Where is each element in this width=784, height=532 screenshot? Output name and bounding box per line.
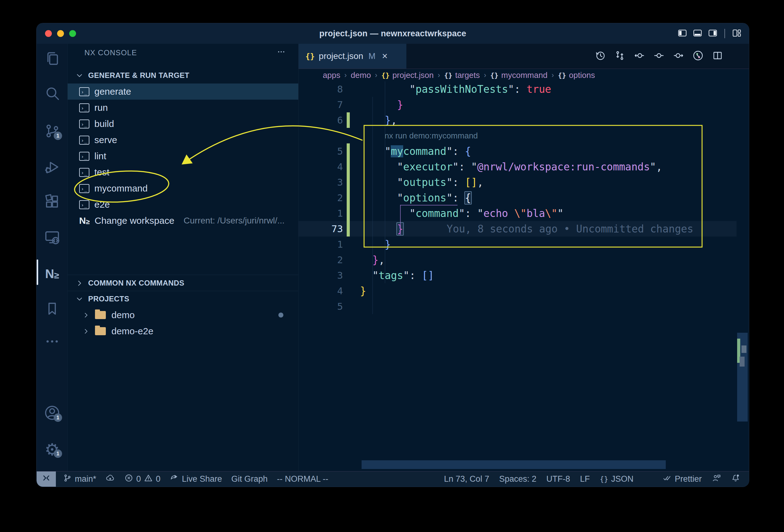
- status-item-copilot[interactable]: [643, 473, 653, 485]
- status-item-feedback[interactable]: [712, 473, 721, 485]
- sidebar-item-target-lint[interactable]: ›_lint: [68, 148, 298, 164]
- code-line[interactable]: 73 }You, 8 seconds ago • Uncommitted cha…: [299, 221, 736, 236]
- section-projects[interactable]: PROJECTS: [68, 291, 298, 306]
- error-icon: [124, 473, 134, 485]
- close-tab-icon[interactable]: ×: [382, 51, 388, 62]
- horizontal-scrollbar[interactable]: [362, 460, 666, 469]
- status-item-sync[interactable]: [106, 473, 115, 485]
- sidebar-item-target-serve[interactable]: ›_serve: [68, 132, 298, 148]
- status-item-vim-mode[interactable]: -- NORMAL --: [277, 474, 328, 484]
- sidebar-item-target-mycommand[interactable]: ›_mycommand: [68, 180, 298, 196]
- code-line[interactable]: 7 }: [299, 97, 736, 112]
- activity-bar-item-more[interactable]: [37, 332, 68, 352]
- bookmarks-icon: [44, 300, 60, 318]
- layout-controls: [677, 23, 741, 44]
- code-line[interactable]: 1 "command": "echo \"bla\"": [299, 205, 736, 221]
- sidebar-item-target-build[interactable]: ›_build: [68, 116, 298, 132]
- breadcrumb-separator: ›: [438, 71, 440, 80]
- code-editor[interactable]: 8 "passWithNoTests": true7 }6 },nx run d…: [299, 81, 736, 314]
- sidebar-item-target-e2e[interactable]: ›_e2e: [68, 196, 298, 213]
- status-label: -- NORMAL --: [277, 474, 328, 484]
- nx-graph-icon[interactable]: [693, 50, 704, 62]
- activity-bar-item-extensions[interactable]: [37, 192, 68, 213]
- breadcrumb-item-demo[interactable]: demo: [351, 71, 371, 80]
- activity-bar-item-nx-console[interactable]: N≥: [37, 263, 68, 284]
- compare-changes-icon[interactable]: [614, 50, 625, 62]
- activity-bar-item-search[interactable]: [37, 83, 68, 104]
- code-line[interactable]: 8 "passWithNoTests": true: [299, 81, 736, 97]
- code-text: }You, 8 seconds ago • Uncommitted change…: [360, 223, 693, 235]
- activity-bar-item-remote-explorer[interactable]: [37, 227, 68, 248]
- more-actions-icon[interactable]: [277, 47, 286, 58]
- codelens-label[interactable]: nx run demo:mycommand: [385, 131, 478, 141]
- token-blame: You, 8 seconds ago • Uncommitted changes: [447, 223, 693, 235]
- breadcrumb-item-mycommand[interactable]: {}mycommand: [491, 71, 548, 80]
- code-line[interactable]: 5 "mycommand": {: [299, 143, 736, 159]
- toggle-bottom-panel-icon[interactable]: [693, 28, 702, 39]
- status-item-git-graph[interactable]: Git Graph: [231, 474, 268, 484]
- toggle-left-panel-icon[interactable]: [677, 28, 687, 39]
- terminal-icon: ›_: [79, 119, 89, 129]
- code-line[interactable]: 4}: [299, 283, 736, 299]
- status-item-live-share[interactable]: Live Share: [170, 473, 222, 485]
- breadcrumb-item-targets[interactable]: {}targets: [444, 71, 480, 80]
- terminal-icon: ›_: [79, 103, 89, 112]
- code-line[interactable]: 2 "options": {: [299, 190, 736, 205]
- line-number: 1: [299, 208, 343, 219]
- activity-bar-item-manage[interactable]: ⚙1: [37, 439, 68, 460]
- status-item-notifications[interactable]: [731, 473, 740, 485]
- token-sel: my: [391, 145, 403, 157]
- sidebar-nx-console: NX CONSOLE GENERATE & RUN TARGET ›_gener…: [68, 44, 299, 471]
- status-item-eol[interactable]: LF: [580, 474, 590, 484]
- sidebar-item-target-test[interactable]: ›_test: [68, 164, 298, 180]
- customize-layout-icon[interactable]: [732, 28, 741, 39]
- code-line[interactable]: 5: [299, 299, 736, 314]
- next-change-icon[interactable]: [673, 50, 684, 62]
- badge: 1: [54, 449, 62, 458]
- code-line[interactable]: 2 },: [299, 252, 736, 268]
- breadcrumb-item-options[interactable]: {}options: [558, 71, 595, 80]
- status-label: Git Graph: [231, 474, 268, 484]
- section-common-nx-commands[interactable]: COMMON NX COMMANDS: [68, 275, 298, 291]
- status-item-cursor-position[interactable]: Ln 73, Col 7: [444, 474, 489, 484]
- activity-bar-item-bookmarks[interactable]: [37, 299, 68, 319]
- nx-icon: N≥: [79, 216, 90, 225]
- status-item-git-branch[interactable]: main*: [63, 473, 96, 485]
- activity-bar-item-source-control[interactable]: 1: [37, 121, 68, 142]
- code-line[interactable]: 3 "tags": []: [299, 268, 736, 283]
- status-item-problems[interactable]: 00: [124, 473, 161, 485]
- sidebar-item-project-demo[interactable]: demo: [68, 307, 298, 323]
- split-editor-icon[interactable]: [712, 50, 723, 62]
- status-item-encoding[interactable]: UTF-8: [546, 474, 570, 484]
- sidebar-item-project-demo-e2e[interactable]: demo-e2e: [68, 323, 298, 339]
- more-actions-icon[interactable]: [732, 50, 743, 62]
- activity-bar-item-explorer[interactable]: [37, 49, 68, 69]
- activity-bar-item-run-and-debug[interactable]: [37, 157, 68, 178]
- sidebar-item-change-workspace[interactable]: N≥ Change workspace Current: /Users/juri…: [68, 213, 298, 229]
- sidebar-item-target-run[interactable]: ›_run: [68, 100, 298, 116]
- codelens-run-command[interactable]: nx run demo:mycommand: [299, 128, 736, 143]
- tab-project-json[interactable]: {} project.json M ×: [299, 44, 407, 68]
- section-generate-run-target[interactable]: GENERATE & RUN TARGET: [68, 68, 298, 83]
- token-pn: :: [452, 192, 465, 204]
- target-label: e2e: [94, 199, 110, 210]
- code-line[interactable]: 6 },: [299, 112, 736, 128]
- code-line[interactable]: 4 "executor": "@nrwl/workspace:run-comma…: [299, 159, 736, 174]
- remote-indicator[interactable]: [37, 472, 56, 487]
- toggle-right-panel-icon[interactable]: [708, 28, 718, 39]
- chevron-right-icon: [76, 279, 83, 287]
- breadcrumb-item-apps[interactable]: apps: [323, 71, 340, 80]
- status-item-language-mode[interactable]: {}JSON: [600, 474, 634, 484]
- activity-bar-item-accounts[interactable]: 1: [37, 403, 68, 424]
- previous-change-icon[interactable]: [634, 50, 645, 62]
- timeline-icon[interactable]: [595, 50, 606, 62]
- code-line[interactable]: 3 "outputs": [],: [299, 174, 736, 190]
- status-item-formatter[interactable]: Prettier: [663, 473, 702, 485]
- status-item-indentation[interactable]: Spaces: 2: [499, 474, 536, 484]
- status-label: 0: [156, 474, 161, 484]
- sidebar-item-target-generate[interactable]: ›_generate: [68, 83, 298, 100]
- token-ws: [360, 223, 397, 235]
- current-change-icon[interactable]: [653, 50, 665, 62]
- code-line[interactable]: 1 }: [299, 236, 736, 252]
- breadcrumb-item-project.json[interactable]: {}project.json: [382, 71, 433, 80]
